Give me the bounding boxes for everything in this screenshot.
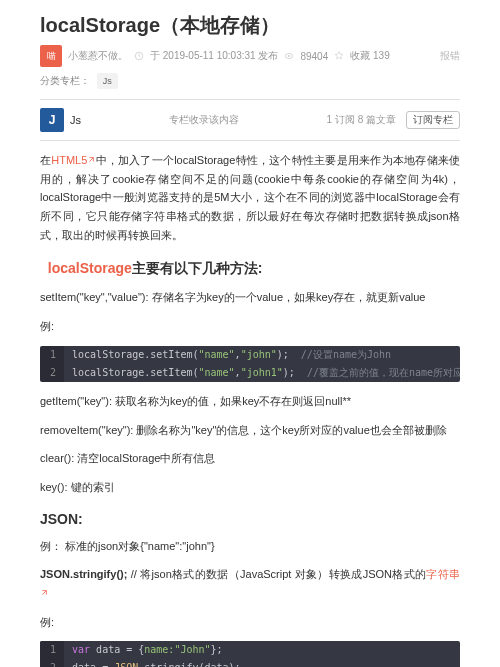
getitem-desc: getItem("key"): 获取名称为key的值，如果key不存在则返回nu… [40, 392, 460, 411]
example-label: 例: [40, 317, 460, 336]
column-avatar[interactable]: J [40, 108, 64, 132]
author-row: 喵 小葱惹不做。 于 2019-05-11 10:03:31 发布 89404 … [40, 45, 460, 67]
collect-count: 收藏 139 [350, 49, 389, 63]
setitem-desc: setItem("key","value"): 存储名字为key的一个value… [40, 288, 460, 307]
report-link[interactable]: 报错 [440, 49, 460, 63]
category-tag[interactable]: Js [97, 73, 118, 89]
column-bar: J Js 专栏收录该内容 1 订阅 8 篇文章 订阅专栏 [40, 99, 460, 141]
html5-link[interactable]: HTML5 [51, 154, 87, 166]
page-title: localStorage（本地存储） [40, 12, 460, 39]
clock-icon [134, 51, 144, 61]
star-icon [334, 51, 344, 61]
eye-icon [284, 51, 294, 61]
external-link-icon [40, 584, 48, 592]
removeitem-desc: removeItem("key"): 删除名称为"key"的信息，这个key所对… [40, 421, 460, 440]
column-name[interactable]: Js [70, 114, 81, 126]
svg-point-2 [288, 55, 290, 57]
string-link[interactable]: 字符串 [426, 568, 460, 580]
intro-para: 在HTML5中，加入了一个localStorage特性，这个特性主要是用来作为本… [40, 151, 460, 244]
subscribe-button[interactable]: 订阅专栏 [406, 111, 460, 129]
methods-heading: localStorage主要有以下几种方法: [40, 260, 460, 278]
author-avatar[interactable]: 喵 [40, 45, 62, 67]
json-std-line: 例： 标准的json对象{"name":"john"} [40, 537, 460, 556]
example-label: 例: [40, 613, 460, 632]
category-label: 分类专栏： [40, 75, 90, 86]
author-name[interactable]: 小葱惹不做。 [68, 49, 128, 63]
json-stringify-line: JSON.stringify(); // 将json格式的数据（JavaScri… [40, 565, 460, 602]
code-block-stringify: 1var data = {name:"John"};2data = JSON.s… [40, 641, 460, 667]
tag-row: 分类专栏： Js [40, 73, 460, 89]
clear-desc: clear(): 清空localStorage中所有信息 [40, 449, 460, 468]
code-block-setitem: 1localStorage.setItem("name","john"); //… [40, 346, 460, 382]
column-stats: 1 订阅 8 篇文章 [327, 113, 396, 127]
view-count: 89404 [300, 51, 328, 62]
json-heading: JSON: [40, 511, 460, 527]
publish-time: 于 2019-05-11 10:03:31 发布 [150, 49, 278, 63]
column-note: 专栏收录该内容 [81, 113, 327, 127]
key-desc: key(): 键的索引 [40, 478, 460, 497]
